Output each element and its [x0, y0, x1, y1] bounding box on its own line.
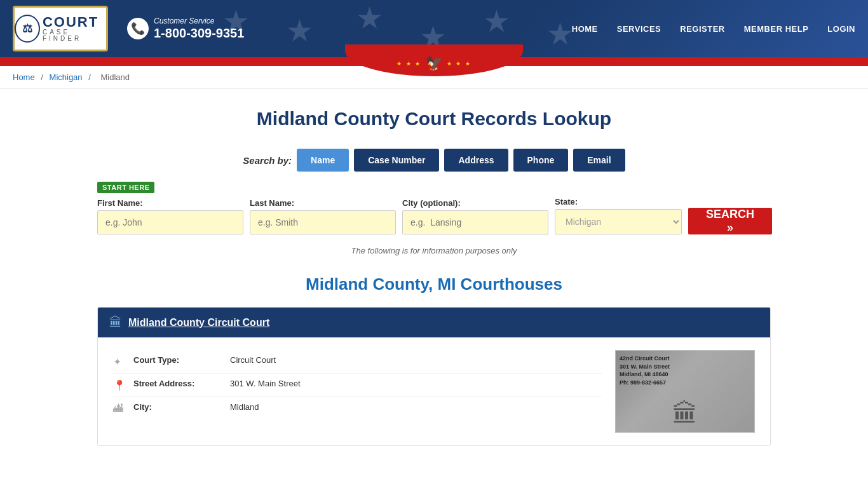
first-name-input[interactable] [97, 210, 243, 234]
star-decor: ★ [286, 13, 313, 48]
court-details: ✦ Court Type: Circuit Court 📍 Street Add… [113, 350, 602, 433]
main-nav: HOME SERVICES REGISTER MEMBER HELP LOGIN [572, 24, 855, 34]
courthouse-icon: 🏛 [109, 315, 122, 330]
logo-finder-text: CASE FINDER [43, 29, 106, 42]
court-detail-address: 📍 Street Address: 301 W. Main Street [113, 374, 602, 397]
court-card: 🏛 Midland County Circuit Court ✦ Court T… [97, 307, 771, 446]
eagle-icon: 🦅 [426, 55, 443, 72]
city-icon: 🏙 [113, 403, 126, 414]
city-input[interactable] [402, 210, 548, 234]
star-decor: ★ [356, 0, 383, 36]
nav-login[interactable]: LOGIN [827, 24, 855, 34]
address-value: 301 W. Main Street [230, 379, 301, 388]
wave-bar: ★ ★ ★ 🦅 ★ ★ ★ [0, 57, 868, 66]
city-value: Midland [230, 402, 259, 412]
address-label: Street Address: [133, 379, 222, 388]
breadcrumb-midland: Midland [100, 72, 130, 82]
nav-register[interactable]: REGISTER [680, 24, 724, 34]
breadcrumb-michigan[interactable]: Michigan [50, 72, 83, 82]
start-here-badge: START HERE [97, 182, 154, 193]
last-name-label: Last Name: [250, 198, 396, 208]
tab-email[interactable]: Email [573, 149, 625, 172]
state-group: State: Michigan [555, 197, 682, 234]
search-form-row: First Name: Last Name: City (optional): … [97, 197, 771, 234]
city-label-detail: City: [133, 402, 222, 412]
img-line-3: Midland, MI 48640 [620, 370, 668, 379]
info-note: The following is for information purpose… [97, 246, 771, 255]
stars-left: ★ ★ ★ [397, 60, 421, 67]
type-value: Circuit Court [230, 355, 276, 365]
logo-area: ⚖ COURT CASE FINDER [13, 6, 108, 51]
search-by-label: Search by: [243, 155, 292, 166]
court-name-link[interactable]: Midland County Circuit Court [128, 317, 269, 329]
type-label: Court Type: [133, 355, 222, 365]
first-name-label: First Name: [97, 198, 243, 208]
cs-phone: 1-800-309-9351 [154, 25, 244, 41]
tab-case-number[interactable]: Case Number [354, 149, 439, 172]
nav-services[interactable]: SERVICES [617, 24, 661, 34]
courthouses-title: Midland County, MI Courthouses [97, 274, 771, 294]
star-decor: ★ [546, 16, 574, 51]
logo-court-text: COURT [43, 15, 106, 29]
breadcrumb-home[interactable]: Home [13, 72, 35, 82]
tab-address[interactable]: Address [444, 149, 508, 172]
breadcrumb-sep2: / [88, 72, 93, 82]
city-label: City (optional): [402, 198, 548, 208]
logo-emblem: ⚖ [15, 15, 40, 43]
court-card-body: ✦ Court Type: Circuit Court 📍 Street Add… [98, 337, 770, 445]
search-button[interactable]: SEARCH » [688, 208, 772, 234]
first-name-group: First Name: [97, 198, 243, 234]
main-content: Midland County Court Records Lookup Sear… [85, 89, 783, 478]
tab-phone[interactable]: Phone [513, 149, 569, 172]
search-tabs-row: Search by: Name Case Number Address Phon… [97, 149, 771, 172]
img-line-2: 301 W. Main Street [620, 363, 670, 371]
cs-label: Customer Service [154, 17, 244, 25]
last-name-input[interactable] [250, 210, 396, 234]
img-line-1: 42nd Circuit Court [620, 355, 670, 363]
search-form-container: START HERE First Name: Last Name: City (… [97, 182, 771, 234]
court-image: 42nd Circuit Court 301 W. Main Street Mi… [615, 350, 755, 433]
last-name-group: Last Name: [250, 198, 396, 234]
breadcrumb-sep1: / [41, 72, 45, 82]
type-icon: ✦ [113, 356, 126, 368]
tab-name[interactable]: Name [297, 149, 349, 172]
court-card-header: 🏛 Midland County Circuit Court [98, 308, 770, 337]
address-icon: 📍 [113, 379, 126, 391]
stars-right: ★ ★ ★ [447, 60, 471, 67]
court-detail-city: 🏙 City: Midland [113, 397, 602, 419]
logo-box: ⚖ COURT CASE FINDER [13, 6, 108, 51]
building-graphic: 🏛 [672, 400, 698, 428]
img-line-4: Ph: 989-832-6657 [620, 379, 666, 387]
star-decor: ★ [483, 3, 510, 39]
customer-service: 📞 Customer Service 1-800-309-9351 [127, 17, 244, 41]
state-label: State: [555, 197, 682, 207]
city-group: City (optional): [402, 198, 548, 234]
nav-member-help[interactable]: MEMBER HELP [744, 24, 809, 34]
page-title: Midland County Court Records Lookup [97, 108, 771, 130]
court-detail-type: ✦ Court Type: Circuit Court [113, 350, 602, 374]
phone-icon: 📞 [127, 18, 149, 39]
court-image-placeholder: 42nd Circuit Court 301 W. Main Street Mi… [616, 351, 754, 432]
state-select[interactable]: Michigan [555, 209, 682, 234]
nav-home[interactable]: HOME [572, 24, 598, 34]
